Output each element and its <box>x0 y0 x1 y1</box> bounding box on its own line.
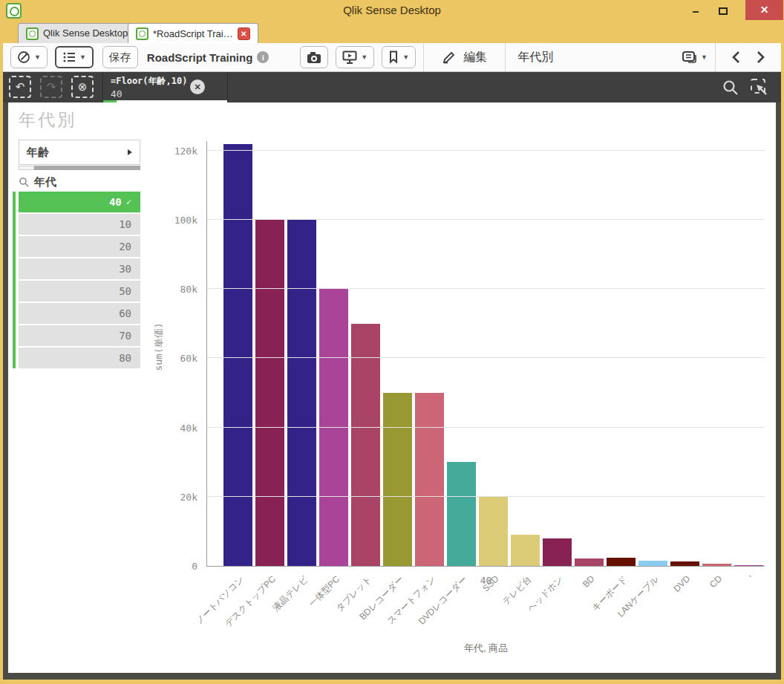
chevron-down-icon: ▼ <box>34 53 41 61</box>
next-sheet-button[interactable] <box>748 46 774 68</box>
previous-sheet-button[interactable] <box>723 46 748 68</box>
x-axis-group-label: 40 <box>480 575 492 586</box>
bar-デスクトップPC[interactable] <box>255 220 284 566</box>
bar-slot: ' <box>734 141 763 566</box>
sheet-area: 年代別 年齢 年代 40✓10203050607080 sum(単価) ノートパ… <box>3 102 781 680</box>
maximize-icon <box>719 7 728 15</box>
bar-slot: BD <box>575 141 604 566</box>
app-frame: ▼ ▼ 保存 RoadScript Training i <box>3 43 781 680</box>
remove-selection-icon[interactable]: ✕ <box>190 79 205 94</box>
y-axis-tick-label: 80k <box>153 284 197 295</box>
bar-slot: キーボード <box>607 141 636 566</box>
bar-'[interactable] <box>734 565 763 566</box>
redo-selection-button[interactable]: ↷ <box>40 76 62 98</box>
toolbar-divider <box>715 43 716 71</box>
camera-icon <box>307 51 321 64</box>
maximize-button[interactable] <box>711 1 735 20</box>
selections-tool-icon[interactable] <box>750 78 769 97</box>
chevron-down-icon: ▼ <box>361 53 368 61</box>
selection-chip[interactable]: =Floor(年齢,10) 40 ✕ <box>103 72 228 102</box>
list-icon <box>62 51 76 63</box>
tab-close-icon[interactable]: ✕ <box>238 27 250 40</box>
bar-CD[interactable] <box>702 564 731 566</box>
bar-slot: タブレット <box>351 141 380 566</box>
edit-button[interactable]: 編集 <box>431 50 497 65</box>
navigation-menu-button[interactable]: ▼ <box>10 46 48 68</box>
gridline <box>207 219 765 220</box>
bar-DVD[interactable] <box>670 561 699 566</box>
bar-slot: ノートパソコン <box>223 141 252 566</box>
bar-DVDレコーダー[interactable] <box>447 462 476 566</box>
y-axis-tick-label: 20k <box>153 492 197 503</box>
presentation-icon <box>342 51 357 64</box>
bar-chart: sum(単価) ノートパソコンデスクトップPC液晶テレビ一体型PCタブレットBD… <box>8 102 776 673</box>
bookmark-icon <box>388 51 399 64</box>
info-icon[interactable]: i <box>257 51 269 63</box>
gridline <box>207 496 765 497</box>
window-title: Qlik Sense Desktop <box>0 4 784 16</box>
y-axis-tick-label: 40k <box>153 423 197 434</box>
app-objects-menu-button[interactable]: ▼ <box>55 46 94 68</box>
y-axis-tick-label: 60k <box>153 353 197 364</box>
selection-bar: ↶ ↷ ⊗ =Floor(年齢,10) 40 ✕ <box>3 72 781 102</box>
y-axis-tick-label: 120k <box>153 146 197 157</box>
bar-slot: DVDレコーダー <box>447 141 476 566</box>
bar-slot: 一体型PC <box>319 141 348 566</box>
bar-キーボード[interactable] <box>607 558 636 566</box>
bar-slot: デスクトップPC <box>255 141 284 566</box>
bar-BDレコーダー[interactable] <box>383 393 412 566</box>
minimize-button[interactable]: – <box>684 1 708 20</box>
tab-bar: Qlik Sense Desktop ハブ *RoadScript Trai… … <box>0 22 784 43</box>
toolbar-divider <box>505 43 506 71</box>
chevron-down-icon: ▼ <box>701 53 708 61</box>
story-play-button[interactable]: ▼ <box>336 46 374 68</box>
bar-slot: スマートフォン <box>415 141 444 566</box>
bar-タブレット[interactable] <box>351 324 380 566</box>
x-axis-title: 年代, 商品 <box>464 642 508 655</box>
bar-スマートフォン[interactable] <box>415 393 444 566</box>
close-button[interactable]: ✕ <box>745 0 783 20</box>
bookmarks-button[interactable]: ▼ <box>382 46 416 68</box>
bar-LANケーブル[interactable] <box>638 561 667 566</box>
bar-slot: LANケーブル <box>638 141 667 566</box>
x-axis-label: CD <box>708 573 724 590</box>
edit-label: 編集 <box>463 50 487 65</box>
bar-ノートパソコン[interactable] <box>223 144 252 566</box>
current-sheet-title: 年代別 <box>513 50 682 65</box>
plot-area: ノートパソコンデスクトップPC液晶テレビ一体型PCタブレットBDレコーダースマー… <box>206 141 765 567</box>
save-button[interactable]: 保存 <box>102 46 138 68</box>
bar-BD[interactable] <box>575 558 604 566</box>
qlik-tab-icon <box>136 27 148 40</box>
bar-slot: ヘッドホン <box>543 141 572 566</box>
bar-液晶テレビ[interactable] <box>287 220 316 566</box>
undo-selection-button[interactable]: ↶ <box>9 76 31 98</box>
x-axis-label: DVD <box>672 573 693 594</box>
bar-ヘッドホン[interactable] <box>543 538 572 566</box>
gridline <box>207 427 765 428</box>
smart-search-icon[interactable] <box>722 79 739 97</box>
sheets-icon <box>682 51 698 64</box>
toolbar-divider <box>423 43 424 71</box>
pencil-icon <box>442 51 456 65</box>
clear-selections-button[interactable]: ⊗ <box>71 76 94 98</box>
sheet-list-button[interactable]: ▼ <box>682 51 708 64</box>
tab-roadscript-label: *RoadScript Trai… <box>153 28 233 39</box>
app-title: RoadScript Training <box>147 51 253 64</box>
bar-テレビ台[interactable] <box>511 535 540 566</box>
bar-SSD[interactable] <box>479 497 508 566</box>
title-bar: Qlik Sense Desktop – ✕ <box>0 0 784 22</box>
y-axis-title: sum(単価) <box>152 306 166 388</box>
bar-slot: CD <box>702 141 731 566</box>
y-axis-tick-label: 0 <box>153 561 197 572</box>
snapshot-button[interactable] <box>300 46 328 68</box>
gridline <box>207 357 765 358</box>
bar-slot: DVD <box>670 141 699 566</box>
chevron-right-icon <box>757 51 765 64</box>
x-axis-label: BD <box>581 573 597 590</box>
bar-slot: SSD <box>479 141 508 566</box>
bar-slot: 液晶テレビ <box>287 141 316 566</box>
y-axis-tick-label: 100k <box>153 215 197 226</box>
tab-roadscript[interactable]: *RoadScript Trai… ✕ <box>128 23 258 44</box>
chevron-down-icon: ▼ <box>79 53 86 61</box>
toolbar: ▼ ▼ 保存 RoadScript Training i <box>3 43 781 72</box>
